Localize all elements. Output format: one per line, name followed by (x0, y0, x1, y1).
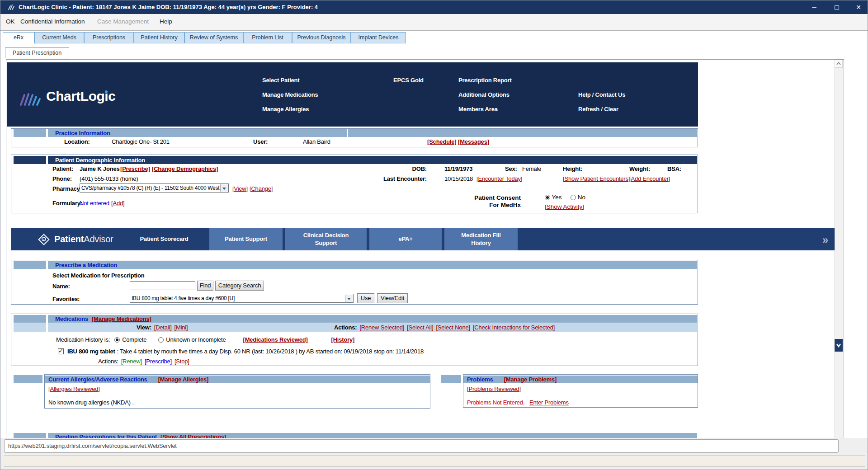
medications-header-cell (14, 315, 46, 323)
history-link[interactable]: [History] (331, 336, 355, 343)
advisor-tab-epa-plus[interactable]: ePA+ (368, 228, 443, 250)
renew-link[interactable]: [Renew] (121, 358, 142, 365)
name-label: Name: (52, 283, 70, 290)
scroll-up-icon[interactable] (835, 60, 843, 68)
view-label: View: (137, 324, 151, 331)
history-complete-radio[interactable] (114, 337, 120, 343)
menu-item-confidential-information[interactable]: Confidential Information (20, 18, 85, 25)
actions-label: Actions: (334, 324, 357, 331)
practice-title: Practice Information (55, 130, 110, 136)
manage-medications-link[interactable]: [Manage Medications] (92, 315, 151, 322)
advisor-tab-patient-support[interactable]: Patient Support (208, 228, 283, 250)
pharmacy-change-link[interactable]: [Change] (250, 185, 273, 192)
find-button[interactable]: Find (197, 281, 213, 291)
nav-prescription-report[interactable]: Prescription Report (458, 77, 512, 84)
category-search-button[interactable]: Category Search (215, 281, 264, 291)
check-icon: ✓ (58, 348, 63, 354)
favorites-label: Favorites: (52, 296, 80, 302)
patient-consent-label-line2: For MedHx (440, 202, 521, 208)
problems-reviewed-link[interactable]: [Problems Reviewed] (467, 385, 521, 392)
change-demographics-link[interactable]: [Change Demographics] (152, 165, 218, 172)
problems-section: Problems [Manage Problems] [Problems Rev… (463, 374, 698, 408)
nav-select-patient[interactable]: Select Patient (262, 77, 299, 84)
tab-previous-diagnosis[interactable]: Previous Diagnosis (292, 32, 351, 43)
scroll-down-icon[interactable] (835, 339, 843, 352)
menu-item-ok[interactable]: OK (6, 18, 15, 25)
encounter-today-link[interactable]: [Encounter Today] (476, 175, 522, 182)
advisor-tab-patient-scorecard[interactable]: Patient Scorecard (121, 228, 208, 250)
enter-problems-link[interactable]: Enter Problems (529, 399, 569, 406)
show-activity-link[interactable]: [Show Activity] (545, 203, 584, 210)
tab-implant-devices[interactable]: Implant Devices (351, 32, 406, 43)
consent-no-radio[interactable]: No (571, 194, 585, 201)
add-encounter-link[interactable]: [Add Encounter] (629, 175, 670, 182)
close-icon[interactable]: ✕ (849, 0, 868, 14)
view-edit-button[interactable]: View/Edit (377, 293, 408, 303)
medication-checkbox-checked[interactable]: ✓ (58, 348, 64, 354)
formulary-add-link[interactable]: [Add] (111, 200, 124, 207)
tab-prescriptions[interactable]: Prescriptions (84, 32, 134, 43)
demographics-header-cell (14, 156, 46, 164)
medication-name-input[interactable] (130, 281, 195, 290)
pharmacy-select[interactable]: CVS/pharmacy #10578 (C) (R) (E) - 11502 … (80, 183, 229, 193)
manage-allergies-link[interactable]: [Manage Allergies] (158, 376, 209, 383)
nav-manage-medications[interactable]: Manage Medications (262, 91, 318, 98)
medications-reviewed-link[interactable]: [Medications Reviewed] (243, 336, 308, 343)
expand-double-chevron-icon[interactable]: » (822, 234, 828, 246)
manage-problems-link[interactable]: [Manage Problems] (504, 376, 557, 383)
demographics-header-bar: Patient Demographic Information (48, 156, 697, 164)
mini-link[interactable]: [Mini] (175, 324, 188, 331)
stop-link[interactable]: [Stop] (175, 358, 189, 365)
bsa-label: BSA: (667, 165, 681, 172)
tab-erx[interactable]: eRx (3, 32, 34, 44)
schedule-link[interactable]: [Schedule] (427, 138, 456, 145)
favorites-select[interactable]: IBU 800 mg tablet 4 five times a day #60… (130, 294, 354, 303)
nav-members-area[interactable]: Members Area (458, 106, 498, 113)
tab-review-of-systems[interactable]: Review of Systems (184, 32, 243, 43)
check-interactions-link[interactable]: [Check Interactions for Selected] (473, 324, 555, 331)
allergies-title: Current Allergies/Adverse Reactions (48, 376, 147, 383)
patient-label: Patient: (52, 165, 73, 172)
tab-patient-history[interactable]: Patient History (134, 32, 184, 43)
problems-header-bar: Problems [Manage Problems] (463, 376, 698, 383)
phone-value: (401) 555-0133 (home) (80, 175, 138, 182)
select-none-link[interactable]: [Select None] (436, 324, 470, 331)
use-button[interactable]: Use (357, 293, 374, 303)
actions-links-group: Actions: [Renew Selected] [Select All] [… (334, 324, 555, 331)
favorites-select-value: IBU 800 mg tablet 4 five times a day #60… (132, 295, 345, 301)
nav-epcs-gold[interactable]: EPCS Gold (393, 77, 424, 84)
tab-problem-list[interactable]: Problem List (243, 32, 292, 43)
history-unknown-radio[interactable] (158, 337, 164, 343)
pharmacy-view-link[interactable]: [View] (232, 185, 248, 192)
nav-manage-allergies[interactable]: Manage Allergies (262, 106, 309, 113)
height-label: Height: (563, 165, 582, 172)
prescribe-link[interactable]: [Prescribe] (120, 165, 150, 172)
advisor-tab-medication-fill-history[interactable]: Medication Fill History (443, 228, 519, 250)
tab-patient-prescription-summary[interactable]: Patient Prescription Summary (5, 47, 69, 58)
select-all-link[interactable]: [Select All] (407, 324, 433, 331)
vertical-scrollbar[interactable] (835, 60, 843, 438)
messages-link[interactable]: [Messages] (458, 138, 489, 145)
medications-header-bar: Medications [Manage Medications] (48, 315, 697, 323)
detail-link[interactable]: [Detail] (154, 324, 172, 331)
menu-item-help[interactable]: Help (160, 18, 172, 25)
consent-yes-radio[interactable]: Yes (545, 194, 562, 201)
show-patient-encounters-link[interactable]: [Show Patient Encounters] (563, 175, 630, 182)
allergies-reviewed-link[interactable]: [Allergies Reviewed] (48, 385, 100, 392)
prescribe-med-link[interactable]: [Prescribe] (145, 358, 172, 365)
renew-selected-link[interactable]: [Renew Selected] (359, 324, 404, 331)
maximize-icon[interactable]: ▢ (827, 0, 847, 14)
formulary-value: Not entered (80, 200, 109, 207)
menu-item-case-management: Case Management (97, 18, 149, 25)
history-unknown-label: Unknown or Incomplete (166, 336, 226, 343)
patient-name: Jaime K Jones (80, 165, 119, 172)
medications-toolbar-cell (14, 323, 46, 332)
nav-help-contact-us[interactable]: Help / Contact Us (578, 91, 625, 98)
nav-refresh-clear[interactable]: Refresh / Clear (578, 106, 618, 113)
advisor-tab-clinical-decision-support[interactable]: Clinical Decision Support (284, 228, 368, 250)
tab-current-meds[interactable]: Current Meds (34, 32, 84, 43)
medication-history-label: Medication History is: (56, 336, 110, 343)
weight-label: Weight: (629, 165, 650, 172)
minimize-icon[interactable]: ─ (804, 0, 824, 14)
nav-additional-options[interactable]: Additional Options (458, 91, 509, 98)
